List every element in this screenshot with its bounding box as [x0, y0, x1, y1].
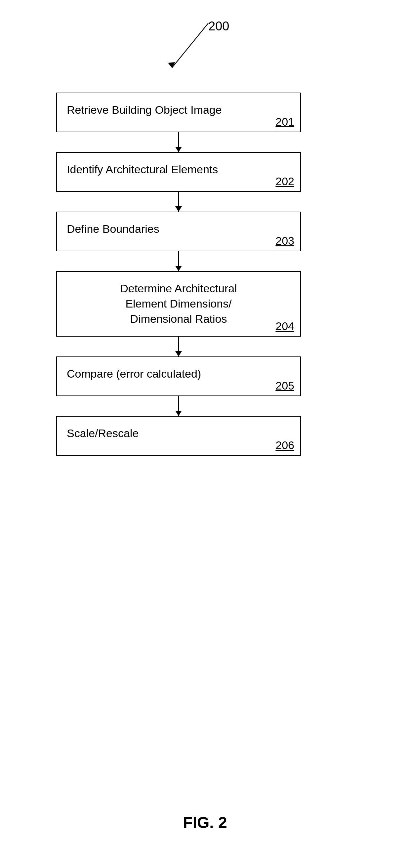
reference-label-200: 200 [208, 19, 229, 33]
diagram-container: 200 Retrieve Building Object Image 201 I… [0, 0, 410, 868]
box-201-number: 201 [276, 115, 294, 128]
box-206-text: Scale/Rescale [67, 427, 138, 439]
flowchart: Retrieve Building Object Image 201 Ident… [53, 93, 304, 456]
box-202-number: 202 [276, 175, 294, 188]
box-203-number: 203 [276, 235, 294, 247]
box-204-text: Determine ArchitecturalElement Dimension… [120, 282, 237, 325]
box-205-text: Compare (error calculated) [67, 367, 201, 380]
arrow-202-203 [178, 192, 179, 212]
box-201: Retrieve Building Object Image 201 [56, 93, 301, 132]
box-203-text: Define Boundaries [67, 222, 159, 235]
svg-line-0 [172, 23, 208, 68]
box-206: Scale/Rescale 206 [56, 416, 301, 456]
box-205: Compare (error calculated) 205 [56, 356, 301, 396]
box-204: Determine ArchitecturalElement Dimension… [56, 271, 301, 337]
box-206-number: 206 [276, 439, 294, 452]
box-202-text: Identify Architectural Elements [67, 163, 218, 176]
arrow-204-205 [178, 337, 179, 356]
box-201-text: Retrieve Building Object Image [67, 103, 222, 116]
figure-label: FIG. 2 [183, 813, 227, 832]
arrow-205-206 [178, 396, 179, 416]
box-205-number: 205 [276, 379, 294, 392]
box-202: Identify Architectural Elements 202 [56, 152, 301, 192]
arrow-203-204 [178, 251, 179, 271]
box-203: Define Boundaries 203 [56, 212, 301, 251]
arrow-201-202 [178, 132, 179, 152]
box-204-number: 204 [276, 320, 294, 333]
